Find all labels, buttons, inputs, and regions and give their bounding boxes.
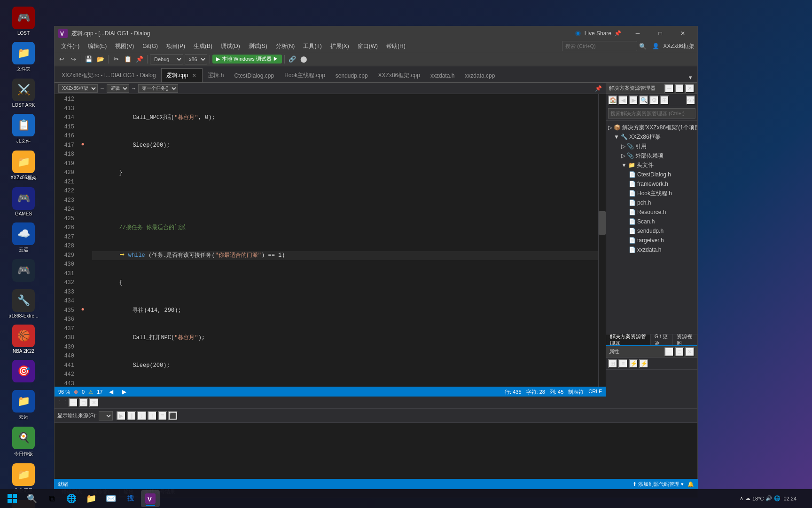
panel-minimize-btn[interactable]: ─ <box>664 84 674 93</box>
output-wrap-btn[interactable]: ⬛ <box>168 411 178 421</box>
tree-pch-h[interactable]: 📄 pch.h <box>606 198 697 207</box>
menu-edit[interactable]: 编辑(E) <box>84 41 110 51</box>
menu-analyze[interactable]: 分析(N) <box>272 41 299 51</box>
desktop-icon-a1868[interactable]: 🔧 a1868-Extre... <box>5 287 42 320</box>
output-close-btn[interactable]: ✕ <box>89 398 99 407</box>
toolbar-open[interactable]: 📂 <box>95 54 106 64</box>
desktop-icon-xxz[interactable]: 📁 XXZx86框架 <box>5 149 42 183</box>
toolbar-breakpoints[interactable]: ⬤ <box>299 54 309 64</box>
live-share-label[interactable]: Live Share <box>585 30 611 37</box>
network-icon[interactable]: 🌐 <box>774 495 781 501</box>
nav-forward-btn[interactable]: ▶ <box>119 387 129 397</box>
props-event-btn[interactable]: ⚡ <box>639 359 648 368</box>
tree-solution[interactable]: ▷ 📦 解决方案'XXZx86框架'(1个项目/共... <box>606 123 697 132</box>
close-button[interactable]: ✕ <box>672 26 694 40</box>
taskbar-sougou-btn[interactable]: 搜 <box>121 490 140 507</box>
tab-git-changes[interactable]: Git 更改 <box>651 334 673 345</box>
tree-framework-h[interactable]: 📄 framework.h <box>606 179 697 189</box>
menu-help[interactable]: 帮助(H) <box>383 41 409 51</box>
se-back-btn[interactable]: ◀ <box>618 95 628 105</box>
tree-headers[interactable]: ▼ 📁 头文件 <box>606 160 697 170</box>
warning-count[interactable]: 17 <box>97 389 102 395</box>
props-close-btn[interactable]: ✕ <box>685 347 695 357</box>
menu-view[interactable]: 视图(V) <box>111 41 138 51</box>
menu-window[interactable]: 窗口(W) <box>354 41 382 51</box>
taskbar-explorer-btn[interactable]: 📁 <box>82 490 101 507</box>
tab-logic-h[interactable]: 逻辑.h <box>203 68 229 82</box>
desktop-icon-folder1[interactable]: 📁 文件夹 <box>5 40 42 74</box>
toolbar-cut[interactable]: ✂ <box>111 54 121 64</box>
tree-resource-h[interactable]: 📄 Resource.h <box>606 207 697 217</box>
toolbar-undo[interactable]: ↩ <box>56 54 67 64</box>
add-source-btn[interactable]: ⬆ 添加到源代码管理 ▾ <box>632 481 684 488</box>
tree-project[interactable]: ▼ 🔧 XXZx86框架 <box>606 132 697 142</box>
menu-extensions[interactable]: 扩展(X) <box>327 41 353 51</box>
desktop-icon-steam[interactable]: 🎮 <box>5 257 42 285</box>
taskbar-vs-btn[interactable]: V <box>141 490 160 507</box>
tab-rc-dialog[interactable]: XXZx86框架.rc - I...DIALOG1 - Dialog <box>56 68 161 82</box>
props-float-btn[interactable]: □ <box>675 347 684 357</box>
minimize-button[interactable]: ─ <box>627 26 648 40</box>
tab-xxz-main[interactable]: XXZx86框架.cpp <box>373 68 425 82</box>
toolbar-paste[interactable]: 📌 <box>134 54 145 64</box>
output-pause-btn[interactable]: ‖ <box>127 411 136 421</box>
taskbar-browser-btn[interactable]: 🌐 <box>62 490 81 507</box>
desktop-icon-game2[interactable]: 🎯 <box>5 358 42 386</box>
se-search-input[interactable] <box>608 108 695 119</box>
tree-externaldeps[interactable]: ▷ 📎 外部依赖项 <box>606 151 697 160</box>
tree-xxzdata-h[interactable]: 📄 xxzdata.h <box>606 245 697 254</box>
toolbar-save[interactable]: 💾 <box>84 54 94 64</box>
menu-project[interactable]: 项目(P) <box>163 41 189 51</box>
tab-solution-explorer[interactable]: 解决方案资源管理器 <box>606 334 651 345</box>
tree-hook-h[interactable]: 📄 Hook主线程.h <box>606 189 697 198</box>
tree-ctestdialog-h[interactable]: 📄 CtestDialog.h <box>606 170 697 179</box>
menu-test[interactable]: 测试(S) <box>245 41 271 51</box>
menu-build[interactable]: 生成(B) <box>190 41 216 51</box>
tab-overflow-btn[interactable]: ▾ <box>685 72 695 82</box>
panel-float-btn[interactable]: □ <box>675 84 684 93</box>
tray-expand-btn[interactable]: ∧ <box>740 495 743 501</box>
toolbar-redo[interactable]: ↪ <box>68 54 78 64</box>
output-down-btn[interactable]: ↓ <box>137 411 147 421</box>
platform-dropdown[interactable]: x86 x64 <box>185 54 207 64</box>
search-icon[interactable]: 🔍 <box>639 43 647 50</box>
toolbar-attach[interactable]: 🔗 <box>287 54 297 64</box>
volume-icon[interactable]: 🔊 <box>765 495 772 501</box>
desktop-icon-yunpan[interactable]: ☁️ 云运 <box>5 221 42 255</box>
class-dropdown[interactable]: 逻辑 <box>107 84 129 93</box>
method-dropdown[interactable]: 第一个任务() <box>138 84 178 93</box>
menu-file[interactable]: 文件(F) <box>57 41 83 51</box>
editor-scrollbar[interactable] <box>598 94 606 387</box>
project-dropdown[interactable]: XXZx86框架 <box>58 84 98 93</box>
system-clock[interactable]: 02:24 <box>783 495 796 502</box>
account-icon[interactable]: 👤 <box>652 43 659 49</box>
run-button[interactable]: ▶ 本地 Windows 调试器 ▶ <box>212 55 282 64</box>
props-categorize-btn[interactable]: ≡ <box>618 359 628 368</box>
tab-logic-close[interactable]: ✕ <box>191 72 197 79</box>
se-forward-btn[interactable]: ▶ <box>629 95 638 105</box>
notification-icon[interactable]: 🔔 <box>687 481 694 487</box>
se-settings-btn[interactable]: ⚙ <box>649 95 659 105</box>
tree-scan-h[interactable]: 📄 Scan.h <box>606 217 697 226</box>
tab-ctest[interactable]: CtestDialog.cpp <box>229 68 279 82</box>
panel-close-btn[interactable]: ✕ <box>685 84 695 93</box>
output-list-btn[interactable]: ≡ <box>158 411 167 421</box>
build-config-dropdown[interactable]: Debug Release <box>150 54 183 64</box>
tab-resource-view[interactable]: 资源视图 <box>673 334 697 345</box>
taskbar-search-btn[interactable]: 🔍 <box>23 490 41 507</box>
se-home-btn[interactable]: 🏠 <box>608 95 617 105</box>
code-content[interactable]: Call_NPC对话("暮容月", 0); Sleep(200); } //接任… <box>87 94 598 387</box>
scroll-thumb[interactable] <box>599 211 606 235</box>
output-up-btn[interactable]: ↑ <box>148 411 157 421</box>
output-float-btn[interactable]: □ <box>79 398 88 407</box>
desktop-icon-games[interactable]: 🎮 GAMES <box>5 185 42 218</box>
desktop-icon-jt[interactable]: 📋 JL文件 <box>5 112 42 146</box>
se-code-btn[interactable]: </> <box>686 95 695 105</box>
tree-sendudp-h[interactable]: 📄 sendudp.h <box>606 226 697 236</box>
menu-tools[interactable]: 工具(T) <box>299 41 325 51</box>
tab-xxzdata-cpp[interactable]: xxzdata.cpp <box>460 68 500 82</box>
desktop-icon-lost-ark[interactable]: ⚔️ LOST ARK <box>5 77 42 110</box>
tab-hook[interactable]: Hook主线程.cpp <box>279 68 330 82</box>
code-editor[interactable]: 412 413 414 415 416 417 418 419 420 421 … <box>55 94 606 387</box>
output-run-btn[interactable]: ▶ <box>117 411 126 421</box>
